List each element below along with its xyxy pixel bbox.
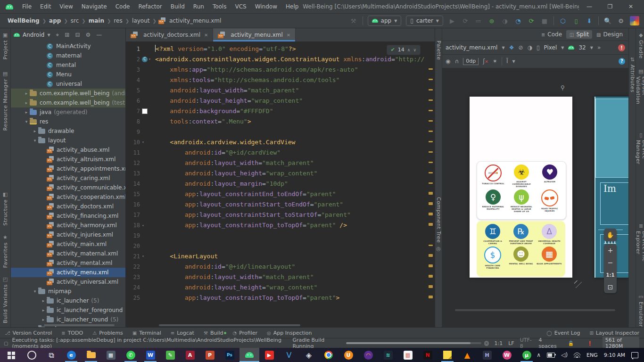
tool-strip-tab-gradle[interactable]: Gradle xyxy=(638,40,644,59)
chrome[interactable] xyxy=(319,348,339,362)
action-center-icon[interactable] xyxy=(631,352,638,358)
warning-stripe-mark[interactable] xyxy=(429,223,433,226)
toolwindow-layout-inspector[interactable]: ⊞Layout Inspector xyxy=(585,330,644,336)
preview-resize-handle[interactable] xyxy=(574,280,582,288)
menu-navigate[interactable]: Navigate xyxy=(77,3,111,10)
notes-app[interactable]: ✎ xyxy=(160,348,180,362)
phone-preview[interactable]: TOBACCO CONTROL☣AGAINST COMMUNICABLE DIS… xyxy=(470,97,572,278)
minimize-button[interactable]: — xyxy=(579,3,600,10)
vscode[interactable]: V xyxy=(279,348,299,362)
preview-item-road-injuries[interactable]: ROAD TRAFFIC INJURIES xyxy=(536,189,564,213)
mode-split[interactable]: ◫Split xyxy=(566,30,592,39)
preview-item-health-financing[interactable]: $HEALTH CARE FINANCING xyxy=(479,247,507,269)
tree-item-activity_financing.xml[interactable]: <>activity_financing.xml xyxy=(11,211,125,221)
tree-item-java[interactable]: ▸java(generated) xyxy=(11,107,125,117)
autoconnect-magnet-icon[interactable]: ∩ xyxy=(454,58,459,65)
fold-marker-icon[interactable]: ▾ xyxy=(142,251,144,262)
menu-edit[interactable]: Edit xyxy=(36,3,55,10)
tree-item-drawable[interactable]: ▸drawable xyxy=(11,126,125,136)
warning-stripe-mark[interactable] xyxy=(429,68,433,70)
error-badge[interactable]: ! xyxy=(618,44,625,51)
tree-horizontal-scrollbar[interactable] xyxy=(44,324,115,326)
notification-icon[interactable]: ❗ xyxy=(587,341,593,346)
zoom-actual-button[interactable]: 1:1 xyxy=(604,269,617,281)
preview-item-cooperation[interactable]: ♊COOPERATION & CARING xyxy=(479,224,507,245)
tab-palette[interactable]: Palette xyxy=(436,41,442,60)
inspection-widget[interactable]: ✔ 14 ∧ ∨ xyxy=(387,45,421,55)
tree-item-ic_launcher_round[interactable]: ▸ic_launcher_round(5) xyxy=(11,315,125,324)
tree-item-activity_doctors.xml[interactable]: <>activity_doctors.xml xyxy=(11,202,125,211)
warning-stripe-mark[interactable] xyxy=(429,264,433,267)
tree-chevron-icon[interactable]: ▸ xyxy=(23,110,30,115)
design-file-selector[interactable]: activity_menu.xml xyxy=(446,44,497,51)
breadcrumb-item[interactable]: src xyxy=(70,17,80,24)
chevron-down-icon[interactable]: ∨ xyxy=(413,45,416,55)
pan-hand-button[interactable]: ✋ xyxy=(604,229,617,241)
tool-strip-tab-build-variants[interactable]: Build Variants xyxy=(2,284,8,323)
tree-item-activity_cooperation.xml[interactable]: <>activity_cooperation.xml xyxy=(11,192,125,202)
breadcrumb-item[interactable]: app xyxy=(48,17,62,24)
tool-strip-tab-device-manager[interactable]: Device Manager xyxy=(635,140,644,183)
tree-item-mental[interactable]: Cmental xyxy=(11,60,125,70)
tree-item-activity_harmony.xml[interactable]: <>activity_harmony.xml xyxy=(11,221,125,230)
menu-help[interactable]: Help xyxy=(281,3,303,10)
align-icon[interactable]: Ī xyxy=(506,58,508,65)
preview-item-appointments[interactable]: ▦BOOK APPOINTMENTS xyxy=(535,247,563,269)
run-button[interactable]: ▶ xyxy=(448,17,456,25)
android-studio[interactable] xyxy=(239,348,259,362)
apply-code-changes-button[interactable]: ≔ xyxy=(474,17,483,25)
tree-chevron-icon[interactable]: ▾ xyxy=(32,327,38,327)
tool-strip-tab-favorites[interactable]: Favorites xyxy=(2,242,8,268)
preview-item-tobacco-control[interactable]: TOBACCO CONTROL xyxy=(479,165,507,188)
tree-chevron-icon[interactable]: ▾ xyxy=(32,289,38,294)
unity[interactable]: ◈ xyxy=(299,348,319,362)
photoshop[interactable]: Ps xyxy=(220,348,239,362)
stop-button[interactable]: ■ xyxy=(540,17,549,25)
tree-item-MainActivity[interactable]: CMainActivity xyxy=(11,41,125,51)
tree-item-activity_abuse.xml[interactable]: <>activity_abuse.xml xyxy=(11,145,125,155)
vlc[interactable]: ▲ xyxy=(457,348,477,362)
warning-stripe-mark[interactable] xyxy=(429,245,433,246)
tab-component-tree[interactable]: Component Tree xyxy=(436,197,442,243)
default-margin-selector[interactable]: 0dp xyxy=(463,58,479,65)
menu-file[interactable]: File xyxy=(18,3,36,10)
youtube[interactable]: ▶ xyxy=(259,348,279,362)
popcorn-time[interactable]: ▥ xyxy=(398,348,418,362)
tree-item-maternal[interactable]: Cmaternal xyxy=(11,51,125,60)
tab-attributes[interactable]: Attributes xyxy=(629,65,636,92)
tree-chevron-icon[interactable]: ▸ xyxy=(23,91,30,96)
infer-constraints-icon[interactable]: ✶ xyxy=(493,58,497,65)
tool-strip-tab-structure[interactable]: Structure xyxy=(2,199,8,226)
toolwindow-version-control[interactable]: ⎇Version Control xyxy=(0,330,57,336)
warning-stripe-mark[interactable] xyxy=(429,172,433,173)
cancel-build-icon[interactable]: ✕ xyxy=(484,341,489,346)
netflix[interactable]: N xyxy=(418,348,438,362)
tree-item-activity_menu.xml[interactable]: <>activity_menu.xml xyxy=(11,268,125,277)
warning-stripe-mark[interactable] xyxy=(429,89,433,90)
settings-gear-icon[interactable]: ⚙ xyxy=(85,32,91,38)
tree-chevron-icon[interactable]: ▸ xyxy=(32,129,38,133)
edge-browser[interactable]: e xyxy=(61,348,81,362)
close-tab-icon[interactable]: ✕ xyxy=(287,33,290,38)
word[interactable]: W xyxy=(140,348,160,362)
warning-stripe-mark[interactable] xyxy=(429,141,433,142)
expand-all-icon[interactable]: ⊞ xyxy=(65,32,69,38)
code-editor[interactable]: 12C▾345678910▾1112131415161718▴192021▾22… xyxy=(126,42,435,327)
warning-stripe-mark[interactable] xyxy=(429,254,433,257)
mode-code[interactable]: ≣Code xyxy=(538,30,565,39)
search-icon[interactable]: 🔍 xyxy=(603,17,612,25)
tree-item-universal[interactable]: Cuniversal xyxy=(11,79,125,89)
menu-refactor[interactable]: Refactor xyxy=(134,3,166,10)
gradle-sync-icon[interactable]: ⬡ xyxy=(559,17,567,25)
warning-stripe-mark[interactable] xyxy=(429,120,433,122)
tree-item-layout[interactable]: ▾layout xyxy=(11,136,125,145)
volume-icon[interactable]: ◁) xyxy=(561,352,568,358)
tree-item-Menu[interactable]: CMenu xyxy=(11,70,125,79)
tree-chevron-icon[interactable]: ▾ xyxy=(32,138,38,143)
more-chevron-icon[interactable]: » xyxy=(597,44,601,51)
preview-item-neonatal-deaths[interactable]: ψREDUCE NEONATAL DEATHS & LARGE SHARE OF… xyxy=(507,189,536,213)
build-hammer-icon[interactable]: ⚒ xyxy=(349,17,358,25)
toolwindow-profiler[interactable]: ◔Profiler xyxy=(228,330,262,336)
tree-item-com.example.well_being[interactable]: ▸com.example.well_being(test) xyxy=(11,98,125,107)
warning-stripe-mark[interactable] xyxy=(429,285,433,288)
